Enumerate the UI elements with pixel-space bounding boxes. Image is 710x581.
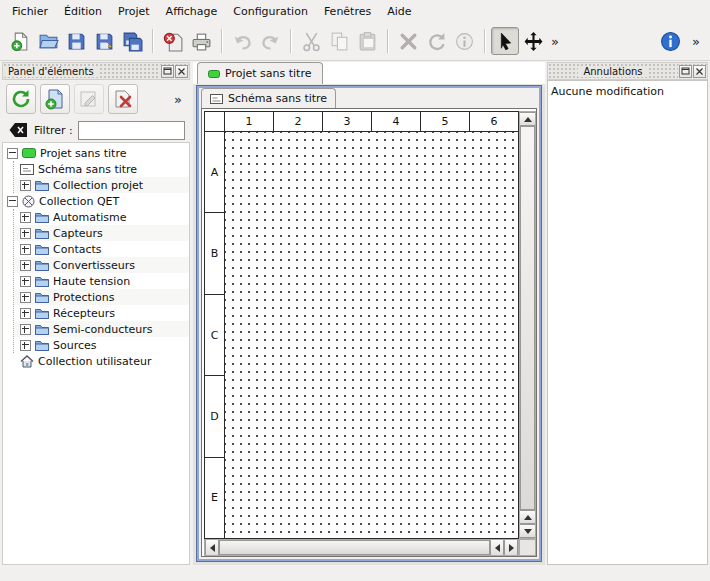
close-icon [695,67,704,76]
menu-configuration[interactable]: Configuration [225,2,316,21]
tree-item-label: Projet sans titre [40,147,127,160]
expand-expander-icon[interactable] [20,276,31,287]
tree-item-semi-conducteurs[interactable]: Semi-conducteurs [14,321,189,337]
tree-item-protections[interactable]: Protections [14,289,189,305]
tab-projet-sans-titre[interactable]: Projet sans titre [197,62,323,84]
menu-aide[interactable]: Aide [379,2,419,21]
toolbar-overflow-chevron[interactable]: » [547,34,563,49]
delete-x-icon [398,31,419,52]
tree-item-project[interactable]: Projet sans titre [3,145,189,161]
row-header: B [205,212,224,293]
info-button[interactable] [450,27,478,55]
new-file-button[interactable] [6,27,34,55]
delete-button[interactable] [394,27,422,55]
expand-expander-icon[interactable] [20,340,31,351]
scroll-up-button-2[interactable] [520,510,535,524]
open-file-button[interactable] [34,27,62,55]
expand-expander-icon[interactable] [20,244,31,255]
tree-item-convertisseurs[interactable]: Convertisseurs [14,257,189,273]
tree-item-automatisme[interactable]: Automatisme [14,209,189,225]
toolbar-overflow-chevron-2[interactable]: » [688,34,704,49]
copy-button[interactable] [325,27,353,55]
filter-input[interactable] [78,121,185,140]
tab-schema-sans-titre[interactable]: Schéma sans titre [201,88,336,108]
expand-expander-icon[interactable] [20,292,31,303]
tree-item-collection-qet[interactable]: Collection QET [3,193,189,209]
undo-list-item[interactable]: Aucune modification [551,83,704,99]
expand-expander-icon[interactable] [20,308,31,319]
menu-affichage[interactable]: Affichage [158,2,226,21]
clear-filter-button[interactable] [7,121,29,140]
undo-button[interactable] [228,27,256,55]
cut-button[interactable] [297,27,325,55]
menu-projet[interactable]: Projet [110,2,158,21]
collapse-expander-icon[interactable] [7,196,18,207]
dock-close-button[interactable] [175,65,188,78]
vertical-scrollbar[interactable] [519,111,536,539]
scroll-down-button[interactable] [520,524,535,538]
tree-item-contacts[interactable]: Contacts [14,241,189,257]
collapse-expander-icon[interactable] [7,148,18,159]
select-tool-button[interactable] [491,27,519,55]
menu-fichier[interactable]: Fichier [4,2,56,21]
arrow-down-icon [524,529,532,534]
expand-expander-icon[interactable] [20,228,31,239]
tree-item-label: Collection projet [53,179,143,192]
move-tool-button[interactable] [519,27,547,55]
tree-item-sources[interactable]: Sources [14,337,189,353]
dock-float-button[interactable] [161,65,174,78]
about-button[interactable] [656,27,684,55]
scroll-up-button[interactable] [520,112,535,126]
menu-fenetres[interactable]: Fenêtres [316,2,379,21]
edit-element-button[interactable] [74,84,104,114]
expand-expander-icon[interactable] [20,260,31,271]
undo-dock-title: Annulations [578,66,647,77]
save-all-button[interactable] [118,27,146,55]
print-button[interactable] [187,27,215,55]
dock-close-button[interactable] [693,65,706,78]
delete-element-button[interactable] [108,84,138,114]
close-file-button[interactable] [159,27,187,55]
tree-item-recepteurs[interactable]: Récepteurs [14,305,189,321]
reload-collections-button[interactable] [6,84,36,114]
main-toolbar: » » [0,22,710,61]
vertical-scroll-track[interactable] [520,126,535,510]
tree-item-collection-utilisateur[interactable]: Collection utilisateur [3,353,189,369]
panel-overflow-chevron[interactable]: » [170,92,186,107]
menu-edition[interactable]: Édition [56,2,110,21]
scroll-left-button[interactable] [205,540,219,555]
folder-icon [35,307,49,319]
expand-expander-icon[interactable] [20,180,31,191]
tree-item-haute-tension[interactable]: Haute tension [14,273,189,289]
redo-button[interactable] [256,27,284,55]
vertical-scroll-thumb[interactable] [520,126,535,510]
expand-expander-icon[interactable] [20,212,31,223]
tree-item-capteurs[interactable]: Capteurs [14,225,189,241]
rotate-button[interactable] [422,27,450,55]
row-header: A [205,132,224,212]
scrollbar-corner [519,539,536,556]
new-element-button[interactable] [40,84,70,114]
tree-item-collection-projet[interactable]: Collection projet [14,177,189,193]
horizontal-scroll-thumb[interactable] [219,540,490,555]
schema-view[interactable]: 1 2 3 4 5 6 A B C D E [201,108,537,557]
floppy-icon [66,31,87,52]
printer-icon [191,31,212,52]
tree-item-schema[interactable]: Schéma sans titre [14,161,189,177]
scroll-right-button[interactable] [504,540,518,555]
horizontal-scrollbar[interactable] [204,539,519,556]
save-as-button[interactable] [90,27,118,55]
elements-panel-titlebar[interactable]: Panel d'éléments [2,62,190,80]
save-button[interactable] [62,27,90,55]
paste-button[interactable] [353,27,381,55]
undo-history-list[interactable]: Aucune modification [547,80,708,565]
expand-expander-icon[interactable] [20,324,31,335]
dock-float-button[interactable] [679,65,692,78]
schema-tab-label: Schéma sans titre [228,92,327,105]
diagram-frame: 1 2 3 4 5 6 A B C D E [204,111,519,539]
schema-icon [20,164,34,175]
horizontal-scroll-track[interactable] [219,540,490,555]
drawing-grid[interactable] [225,132,518,538]
undo-dock-titlebar[interactable]: Annulations [547,62,708,80]
scroll-left-button-2[interactable] [490,540,504,555]
